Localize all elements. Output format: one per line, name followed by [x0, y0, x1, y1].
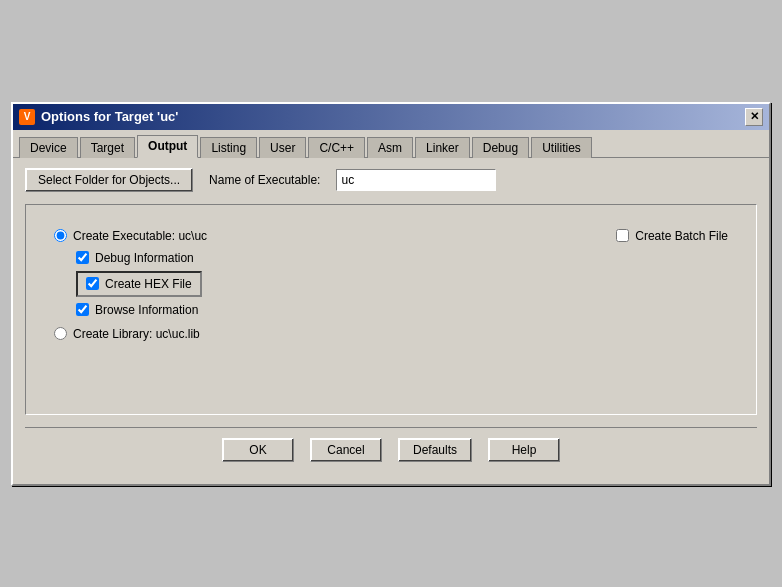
create-library-radio[interactable] [54, 327, 67, 340]
debug-info-label: Debug Information [95, 251, 194, 265]
tab-linker[interactable]: Linker [415, 137, 470, 158]
window-title: Options for Target 'uc' [41, 109, 178, 124]
create-hex-row: Create HEX File [76, 271, 728, 297]
title-bar-left: V Options for Target 'uc' [19, 109, 178, 125]
main-window: V Options for Target 'uc' ✕ Device Targe… [11, 102, 771, 486]
tab-target[interactable]: Target [80, 137, 135, 158]
tab-listing[interactable]: Listing [200, 137, 257, 158]
tab-cpp[interactable]: C/C++ [308, 137, 365, 158]
debug-info-row: Debug Information [76, 251, 728, 265]
tab-asm[interactable]: Asm [367, 137, 413, 158]
cancel-button[interactable]: Cancel [310, 438, 382, 462]
create-hex-label: Create HEX File [105, 277, 192, 291]
footer-bar: OK Cancel Defaults Help [25, 427, 757, 474]
hex-box: Create HEX File [76, 271, 202, 297]
select-folder-button[interactable]: Select Folder for Objects... [25, 168, 193, 192]
create-hex-checkbox[interactable] [86, 277, 99, 290]
tab-bar: Device Target Output Listing User C/C++ … [13, 130, 769, 157]
create-executable-radio[interactable] [54, 229, 67, 242]
create-library-row: Create Library: uc\uc.lib [54, 327, 728, 341]
tab-user[interactable]: User [259, 137, 306, 158]
browse-info-label: Browse Information [95, 303, 198, 317]
help-button[interactable]: Help [488, 438, 560, 462]
create-library-label: Create Library: uc\uc.lib [73, 327, 200, 341]
title-bar: V Options for Target 'uc' ✕ [13, 104, 769, 130]
debug-info-checkbox[interactable] [76, 251, 89, 264]
app-icon: V [19, 109, 35, 125]
create-batch-checkbox[interactable] [616, 229, 629, 242]
create-batch-row: Create Batch File [616, 229, 728, 243]
create-batch-label: Create Batch File [635, 229, 728, 243]
create-executable-label: Create Executable: uc\uc [73, 229, 207, 243]
executable-label: Name of Executable: [209, 173, 320, 187]
defaults-button[interactable]: Defaults [398, 438, 472, 462]
options-panel: Create Executable: uc\uc Debug Informati… [40, 217, 742, 402]
tab-utilities[interactable]: Utilities [531, 137, 592, 158]
content-area: Select Folder for Objects... Name of Exe… [13, 157, 769, 484]
tab-debug[interactable]: Debug [472, 137, 529, 158]
browse-info-row: Browse Information [76, 303, 728, 317]
tab-output[interactable]: Output [137, 135, 198, 158]
options-box: Create Executable: uc\uc Debug Informati… [25, 204, 757, 415]
close-button[interactable]: ✕ [745, 108, 763, 126]
tab-device[interactable]: Device [19, 137, 78, 158]
browse-info-checkbox[interactable] [76, 303, 89, 316]
ok-button[interactable]: OK [222, 438, 294, 462]
top-row: Select Folder for Objects... Name of Exe… [25, 168, 757, 192]
executable-input[interactable] [336, 169, 496, 191]
